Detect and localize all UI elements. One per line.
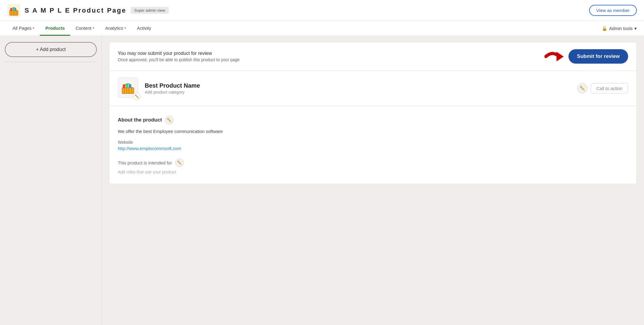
svg-rect-6 — [10, 8, 12, 11]
nav-item-all-pages[interactable]: All Pages ▾ — [7, 21, 40, 36]
sidebar-divider — [5, 62, 97, 62]
product-info: Best Product Name Add product category — [145, 82, 200, 95]
about-edit-button[interactable]: ✏️ — [165, 116, 174, 125]
cta-edit-button[interactable]: ✏️ — [577, 83, 588, 94]
basket-logo-icon — [7, 4, 20, 17]
main-layout: + Add product You may now submit your pr… — [0, 36, 644, 325]
chevron-down-icon: ▾ — [124, 26, 126, 30]
nav-item-products[interactable]: Products — [40, 21, 70, 36]
product-image-edit-button[interactable]: ✏️ — [133, 93, 141, 100]
nav-item-content[interactable]: Content ▾ — [70, 21, 100, 36]
website-link[interactable]: http://www.emplocommsoft.com — [118, 146, 628, 151]
header: S A M P L E Product Page Super admin vie… — [0, 0, 644, 21]
nav-item-analytics[interactable]: Analytics ▾ — [100, 21, 132, 36]
nav-left: All Pages ▾ Products Content ▾ Analytics… — [7, 21, 156, 36]
chevron-down-icon: ▾ — [33, 26, 34, 30]
review-right: Submit for review — [545, 49, 628, 64]
content-area: You may now submit your product for revi… — [102, 36, 644, 325]
product-category: Add product category — [145, 90, 200, 95]
review-text: You may now submit your product for revi… — [118, 51, 240, 62]
submit-review-button[interactable]: Submit for review — [568, 49, 628, 64]
svg-rect-14 — [123, 84, 126, 88]
nav-item-activity[interactable]: Activity — [132, 21, 157, 36]
svg-rect-7 — [13, 8, 14, 11]
svg-rect-15 — [126, 84, 128, 88]
product-detail-card: About the product ✏️ We offer the best E… — [109, 106, 637, 184]
call-to-action-button[interactable]: Call to action — [591, 83, 628, 94]
intended-row: This product is intended for ✏️ — [118, 158, 628, 167]
website-label: Website — [118, 140, 628, 145]
product-basket-icon — [121, 80, 135, 95]
site-title: S A M P L E Product Page — [25, 7, 126, 14]
cta-section: ✏️ Call to action — [577, 83, 628, 94]
nav-bar: All Pages ▾ Products Content ▾ Analytics… — [0, 21, 644, 36]
chevron-down-icon: ▾ — [93, 26, 94, 30]
view-as-member-button[interactable]: View as member — [589, 5, 637, 16]
svg-rect-9 — [122, 88, 134, 94]
add-product-button[interactable]: + Add product — [5, 42, 97, 57]
about-header: About the product ✏️ — [118, 116, 628, 125]
svg-rect-16 — [129, 84, 131, 88]
red-arrow-icon — [545, 49, 568, 64]
lock-icon: 🔒 — [602, 26, 607, 31]
intended-edit-button[interactable]: ✏️ — [175, 158, 184, 167]
intended-label: This product is intended for — [118, 160, 172, 165]
sidebar: + Add product — [0, 36, 102, 325]
product-name: Best Product Name — [145, 82, 200, 89]
admin-badge: Super admin view — [131, 7, 169, 14]
header-left: S A M P L E Product Page Super admin vie… — [7, 4, 169, 17]
admin-tools-menu[interactable]: 🔒 Admin tools ▾ — [602, 26, 637, 31]
chevron-down-icon: ▾ — [634, 26, 637, 31]
product-description: We offer the best Employee communication… — [118, 129, 628, 134]
about-title: About the product — [118, 117, 162, 123]
product-icon-wrap: ✏️ — [118, 77, 139, 99]
svg-rect-8 — [14, 8, 16, 11]
add-roles-text: Add roles that use your product — [118, 170, 628, 174]
product-left: ✏️ Best Product Name Add product categor… — [118, 77, 200, 99]
review-title: You may now submit your product for revi… — [118, 51, 240, 56]
review-banner: You may now submit your product for revi… — [109, 42, 637, 71]
product-card: ✏️ Best Product Name Add product categor… — [109, 71, 637, 106]
review-subtitle: Once approved, you'll be able to publish… — [118, 57, 240, 62]
